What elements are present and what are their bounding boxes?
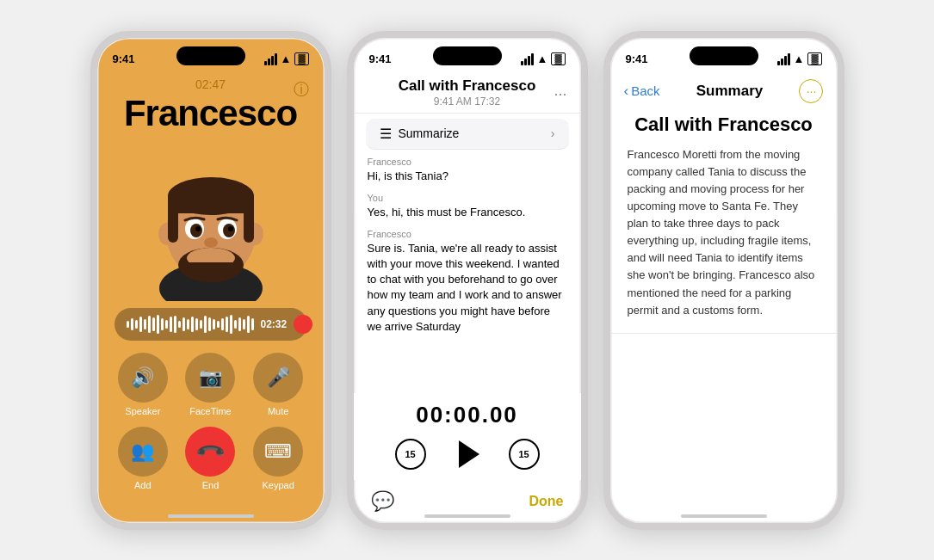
wave-bar — [221, 318, 224, 330]
transcript-message-3: Francesco Sure is. Tania, we're all read… — [368, 229, 567, 335]
wave-bar — [139, 317, 142, 332]
wave-bar — [182, 317, 185, 331]
end-btn-circle[interactable]: 📞 — [185, 427, 235, 477]
back-chevron-icon: ‹ — [624, 83, 629, 100]
wave-bar — [213, 319, 215, 329]
wifi-icon-1: ▲ — [281, 52, 292, 65]
transcript-text-1: Hi, is this Tania? — [368, 169, 567, 184]
svg-point-12 — [228, 226, 233, 231]
wave-bar — [161, 318, 164, 330]
skip-fwd-label: 15 — [518, 449, 529, 459]
mute-button[interactable]: 🎤 Mute — [250, 353, 307, 416]
transcript-text-3: Sure is. Tania, we're all ready to assis… — [368, 241, 567, 335]
facetime-button[interactable]: 📷 FaceTime — [182, 353, 239, 416]
sig-bar — [784, 56, 787, 65]
add-label: Add — [134, 480, 152, 490]
keypad-btn-circle[interactable]: ⌨ — [253, 427, 303, 477]
done-button[interactable]: Done — [529, 494, 564, 509]
wave-bar — [174, 316, 176, 333]
battery-icon-1: ▓ — [294, 52, 308, 65]
keypad-label: Keypad — [263, 480, 294, 490]
play-button[interactable] — [450, 437, 485, 471]
wave-bar — [170, 317, 172, 332]
facetime-icon: 📷 — [199, 366, 222, 389]
transcript-date: 9:41 AM 17:32 — [368, 95, 567, 108]
wave-bar — [178, 321, 181, 328]
phone-transcript: 9:41 ▲ ▓ Call with Francesco 9:41 AM 17:… — [347, 31, 588, 530]
summarize-bar[interactable]: ☰ Summarize › — [366, 119, 569, 150]
svg-rect-17 — [244, 208, 254, 243]
wave-bar — [135, 320, 138, 329]
wave-bar — [230, 315, 232, 334]
status-time-2: 9:41 — [369, 52, 392, 65]
mute-label: Mute — [268, 406, 288, 416]
summarize-left: ☰ Summarize — [380, 126, 460, 142]
summarize-chevron-icon: › — [551, 126, 555, 140]
back-button[interactable]: ‹ Back — [624, 83, 660, 100]
wave-bar — [234, 320, 237, 329]
more-options-icon[interactable]: ··· — [554, 85, 566, 103]
skip-back-button[interactable]: 15 — [395, 439, 426, 470]
wave-bar — [191, 317, 194, 332]
wave-bar — [152, 317, 155, 331]
dynamic-island-3 — [690, 46, 758, 65]
end-button[interactable]: 📞 End — [182, 427, 239, 490]
summary-call-title: Call with Francesco — [628, 114, 820, 136]
record-button[interactable] — [294, 315, 312, 334]
wave-bar — [217, 321, 220, 328]
status-time-1: 9:41 — [113, 52, 135, 65]
skip-forward-button[interactable]: 15 — [509, 439, 540, 470]
info-icon[interactable]: ⓘ — [294, 79, 309, 100]
signal-bars-2 — [521, 53, 534, 65]
svg-rect-4 — [168, 196, 254, 213]
summary-more-icon[interactable]: ··· — [799, 79, 823, 103]
summary-page-title: Summary — [696, 83, 763, 100]
keypad-button[interactable]: ⌨ Keypad — [250, 427, 307, 490]
summarize-icon: ☰ — [380, 126, 392, 142]
summarize-label: Summarize — [399, 126, 460, 140]
sig-bar — [531, 53, 534, 65]
wave-bar — [127, 321, 129, 328]
speaker-button[interactable]: 🔊 Speaker — [114, 353, 172, 416]
playback-time: 00:00.00 — [416, 402, 518, 428]
sig-bar — [275, 53, 277, 65]
wave-bar — [238, 317, 241, 331]
svg-point-13 — [204, 237, 218, 248]
speaker-icon: 🔊 — [131, 366, 154, 389]
audio-time: 02:32 — [261, 318, 288, 330]
keypad-icon: ⌨ — [264, 440, 292, 463]
summary-content: Call with Francesco Francesco Moretti fr… — [610, 110, 838, 334]
wave-bar — [148, 316, 151, 333]
status-icons-2: ▲ ▓ — [521, 52, 566, 65]
sig-bar — [264, 61, 267, 65]
mute-btn-circle[interactable]: 🎤 — [253, 353, 303, 403]
dynamic-island-2 — [433, 46, 502, 65]
end-label: End — [202, 480, 220, 490]
facetime-label: FaceTime — [189, 406, 232, 416]
home-bar-3 — [681, 514, 767, 518]
add-button[interactable]: 👥 Add — [114, 427, 172, 490]
end-call-icon: 📞 — [195, 435, 226, 467]
dynamic-island — [176, 46, 245, 65]
phone-summary: 9:41 ▲ ▓ ‹ Back Summary ··· Call with — [603, 31, 844, 530]
wave-bar — [208, 317, 211, 331]
wave-bar — [144, 319, 146, 329]
status-icons-3: ▲ ▓ — [777, 52, 822, 65]
wave-bar — [131, 318, 133, 330]
home-bar-2 — [424, 514, 510, 518]
call-buttons-grid: 🔊 Speaker 📷 FaceTime 🎤 Mute — [114, 353, 307, 490]
memoji-svg — [129, 138, 293, 301]
speaker-2: You — [368, 193, 567, 203]
phones-container: 9:41 ▲ ▓ 02:47 Francesco — [0, 0, 934, 560]
transcript-message-1: Francesco Hi, is this Tania? — [368, 157, 567, 184]
speech-bubble-icon[interactable]: 💬 — [371, 490, 394, 513]
sig-bar — [524, 58, 527, 65]
phone-active-call: 9:41 ▲ ▓ 02:47 Francesco — [90, 31, 331, 530]
facetime-btn-circle[interactable]: 📷 — [185, 353, 235, 403]
signal-bars-3 — [777, 53, 790, 65]
add-btn-circle[interactable]: 👥 — [118, 427, 168, 477]
speaker-btn-circle[interactable]: 🔊 — [118, 353, 168, 403]
add-icon: 👥 — [131, 440, 154, 463]
call-timer: 02:47 — [195, 77, 226, 91]
wave-bar — [200, 320, 202, 329]
